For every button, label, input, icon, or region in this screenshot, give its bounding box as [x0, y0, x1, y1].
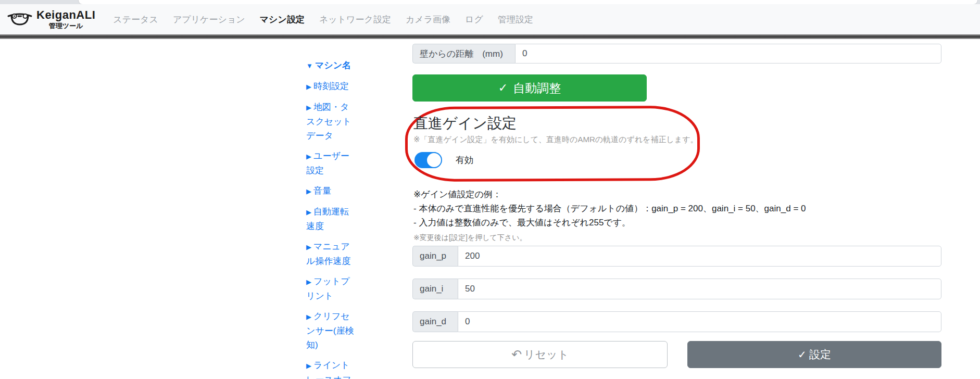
triangle-right-icon: ▶: [306, 362, 311, 370]
triangle-right-icon: ▶: [306, 278, 311, 286]
gain-p-label: gain_p: [412, 246, 458, 267]
triangle-right-icon: ▶: [306, 243, 311, 251]
gain-d-label: gain_d: [412, 311, 458, 332]
gain-section-description: ※「直進ゲイン設定」を有効にして、直進時のAMRの軌道のずれを補正します。: [413, 135, 698, 145]
sidebar-item-volume[interactable]: ▶音量: [306, 184, 356, 198]
sidebar-item-cliff-sensor[interactable]: ▶クリフセンサー(崖検知): [306, 309, 356, 352]
check-icon: ✓: [798, 348, 807, 361]
sidebar-item-manual-speed[interactable]: ▶マニュアル操作速度: [306, 239, 356, 268]
gain-d-input[interactable]: [458, 311, 941, 332]
gain-i-input[interactable]: [458, 279, 941, 299]
toggle-knob: [426, 152, 442, 168]
undo-icon: ↶: [511, 348, 522, 361]
gain-example-line2: - 入力値は整数値のみで、最大値はそれぞれ255です。: [413, 216, 806, 230]
gain-p-field: gain_p: [412, 246, 941, 267]
gain-enable-toggle[interactable]: [414, 152, 442, 168]
submit-settings-button[interactable]: ✓ 設定: [687, 341, 941, 368]
navbar-shadow-divider: [0, 34, 980, 39]
nav-camera-image[interactable]: カメラ画像: [406, 14, 450, 26]
nav-admin-settings[interactable]: 管理設定: [498, 14, 533, 26]
sidebar-item-map-taskset-data[interactable]: ▶地図・タスクセットデータ: [306, 100, 356, 143]
gain-example-notes: ※ゲイン値設定の例： - 本体のみで直進性能を優先する場合（デフォルトの値）：g…: [413, 187, 806, 230]
triangle-right-icon: ▶: [306, 187, 311, 195]
sidebar-item-footprint[interactable]: ▶フットプリント: [306, 274, 356, 303]
wall-distance-field: 壁からの距離 (mm): [412, 44, 941, 64]
top-navbar: KeiganALI 管理ツール ステータス アプリケーション マシン設定 ネット…: [0, 4, 980, 34]
gain-d-field: gain_d: [412, 311, 941, 332]
wall-distance-input[interactable]: [515, 44, 941, 64]
gain-p-input[interactable]: [458, 246, 941, 267]
nav-status[interactable]: ステータス: [113, 14, 158, 26]
gain-example-line1: - 本体のみで直進性能を優先する場合（デフォルトの値）：gain_p = 200…: [413, 201, 806, 216]
gain-i-field: gain_i: [412, 279, 941, 299]
gain-i-label: gain_i: [412, 279, 458, 299]
sidebar-item-user-settings[interactable]: ▶ユーザー設定: [306, 149, 356, 178]
gain-enable-toggle-row: 有効: [414, 152, 473, 168]
auto-adjust-button[interactable]: ✓ 自動調整: [412, 74, 647, 102]
wall-distance-label: 壁からの距離 (mm): [412, 44, 515, 64]
app-logo[interactable]: KeiganALI 管理ツール: [7, 9, 95, 29]
nav-log[interactable]: ログ: [465, 14, 483, 26]
sidebar-item-auto-drive-speed[interactable]: ▶自動運転速度: [306, 205, 356, 233]
gain-example-title: ※ゲイン値設定の例：: [413, 187, 806, 201]
triangle-right-icon: ▶: [306, 104, 311, 111]
triangle-right-icon: ▶: [306, 208, 311, 216]
app: KeiganALI 管理ツール ステータス アプリケーション マシン設定 ネット…: [0, 0, 980, 379]
gain-enable-toggle-label: 有効: [456, 154, 473, 166]
address-bar-stub[interactable]: [78, 0, 978, 4]
triangle-down-icon: ▼: [306, 62, 313, 70]
gain-change-hint: ※変更後は[設定]を押して下さい。: [413, 233, 526, 243]
gain-section-title: 直進ゲイン設定: [413, 113, 517, 133]
nav-network-settings[interactable]: ネットワーク設定: [319, 14, 391, 26]
sidebar-item-machine-name[interactable]: ▼マシン名: [306, 58, 356, 73]
browser-chrome-strip: [0, 0, 980, 4]
check-icon: ✓: [498, 81, 508, 95]
triangle-right-icon: ▶: [306, 313, 311, 321]
triangle-right-icon: ▶: [306, 83, 311, 91]
triangle-right-icon: ▶: [306, 153, 311, 160]
sidebar-item-time-settings[interactable]: ▶時刻設定: [306, 79, 356, 94]
logo-subtitle: 管理ツール: [49, 22, 83, 29]
robot-face-icon: [7, 10, 32, 28]
nav-machine-settings[interactable]: マシン設定: [260, 14, 305, 26]
main-nav: ステータス アプリケーション マシン設定 ネットワーク設定 カメラ画像 ログ 管…: [113, 14, 533, 26]
logo-title: KeiganALI: [36, 9, 95, 21]
nav-application[interactable]: アプリケーション: [173, 14, 245, 26]
settings-sidebar: ▼マシン名 ▶時刻設定 ▶地図・タスクセットデータ ▶ユーザー設定 ▶音量 ▶自…: [306, 58, 356, 379]
reset-button[interactable]: ↶ リセット: [412, 341, 668, 368]
sidebar-item-linetrace-offset[interactable]: ▶ライントレースオフセット設定: [306, 358, 356, 379]
